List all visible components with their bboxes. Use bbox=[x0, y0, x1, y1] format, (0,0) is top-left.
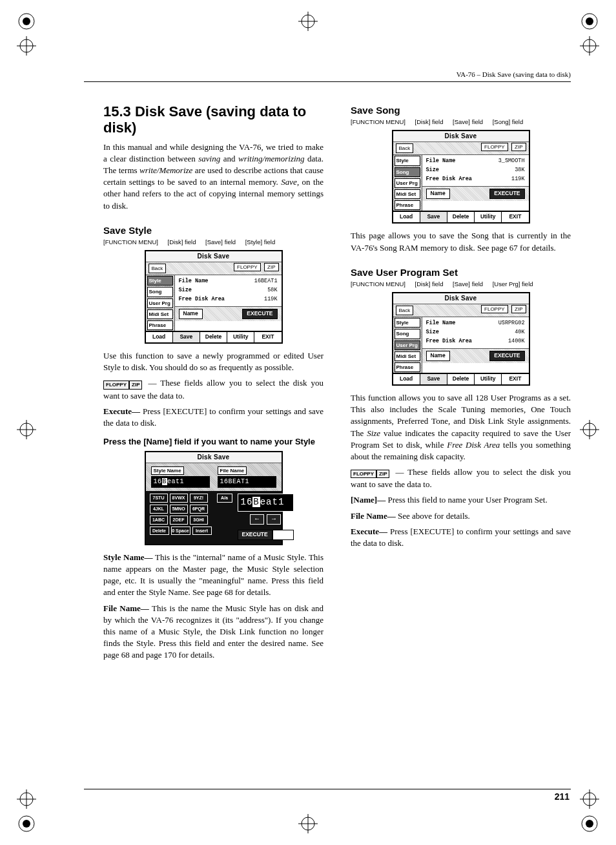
save-style-p2: FLOPPYZIP — These fields allow you to se… bbox=[103, 377, 323, 401]
cross-mark-icon bbox=[17, 420, 36, 439]
tab-style: Style bbox=[147, 276, 173, 286]
footer-delete: Delete bbox=[200, 332, 227, 342]
svg-point-1 bbox=[23, 17, 30, 25]
lcd-title: Disk Save bbox=[146, 251, 282, 262]
save-style-heading: Save Style bbox=[103, 224, 323, 237]
back-icon: Back bbox=[396, 306, 414, 315]
lcd-disk-save-song: Disk Save Back FLOPPY ZIP Style Song Use… bbox=[392, 130, 530, 224]
footer-utility: Utility bbox=[227, 332, 254, 342]
file-name-paragraph: File Name— This is the name the Music St… bbox=[103, 603, 323, 662]
cross-mark-icon bbox=[298, 814, 318, 833]
zip-icon: ZIP bbox=[376, 470, 389, 478]
file-name-label: File Name bbox=[218, 466, 247, 475]
floppy-icon: FLOPPY bbox=[481, 143, 508, 151]
tab-song: Song bbox=[147, 287, 173, 297]
key-3ghi: 3GHI bbox=[190, 516, 208, 525]
key-case-toggle: A/a bbox=[217, 494, 232, 503]
key-6pqr: 6PQR bbox=[190, 505, 208, 514]
file-name-value: 16BEAT1 bbox=[218, 476, 276, 488]
name-field-heading: Press the [Name] field if you want to na… bbox=[103, 437, 323, 447]
tab-midiset: Midi Set bbox=[147, 309, 173, 319]
nav-path: [FUNCTION MENU] [Disk] field [Save] fiel… bbox=[351, 280, 571, 288]
style-name-label: Style Name bbox=[151, 466, 184, 475]
lcd-disk-save-style: Disk Save Back FLOPPY ZIP Style Song Use… bbox=[145, 250, 283, 344]
arrow-left-icon: ← bbox=[250, 514, 264, 525]
key-0space: 0 Space bbox=[171, 527, 190, 536]
save-upr-p2: FLOPPYZIP — These fields allow you to se… bbox=[351, 466, 571, 490]
right-column: Save Song [FUNCTION MENU] [Disk] field [… bbox=[351, 103, 571, 665]
save-song-paragraph: This page allows you to save the Song th… bbox=[351, 230, 571, 253]
save-upr-execute: Execute— Press [EXECUTE] to confirm your… bbox=[351, 526, 571, 549]
reg-mark-icon bbox=[17, 814, 36, 833]
nav-path: [FUNCTION MENU] [Disk] field [Save] fiel… bbox=[103, 238, 323, 246]
page-number: 211 bbox=[555, 791, 570, 804]
save-upr-name: [Name]— Press this field to name your Us… bbox=[351, 494, 571, 506]
floppy-icon: FLOPPY bbox=[481, 305, 508, 313]
footer-rule bbox=[84, 789, 571, 789]
zip-icon: ZIP bbox=[129, 381, 142, 389]
reg-mark-icon bbox=[580, 814, 599, 833]
footer-save: Save bbox=[173, 332, 200, 342]
floppy-icon: FLOPPY bbox=[103, 381, 129, 389]
key-4jkl: 4JKL bbox=[150, 505, 168, 514]
name-display: 16Beat1 bbox=[238, 494, 294, 512]
nav-path: [FUNCTION MENU] [Disk] field [Save] fiel… bbox=[351, 118, 571, 126]
cross-mark-icon bbox=[17, 789, 36, 809]
header-rule bbox=[84, 81, 571, 82]
save-style-execute: Execute— Press [EXECUTE] to confirm your… bbox=[103, 406, 323, 429]
svg-point-5 bbox=[23, 820, 30, 828]
floppy-icon: FLOPPY bbox=[351, 470, 376, 478]
tab-userprg: User Prg bbox=[147, 298, 173, 308]
key-delete: Delete bbox=[150, 527, 169, 536]
section-title: 15.3 Disk Save (saving data to disk) bbox=[103, 103, 323, 136]
cross-mark-icon bbox=[298, 12, 318, 31]
back-icon: Back bbox=[149, 264, 167, 273]
intro-paragraph: In this manual and while designing the V… bbox=[103, 141, 323, 212]
execute-button: EXECUTE bbox=[489, 189, 524, 199]
zip-icon: ZIP bbox=[511, 305, 526, 313]
key-7stu: 7STU bbox=[150, 494, 168, 503]
back-icon: Back bbox=[396, 143, 414, 153]
zip-icon: ZIP bbox=[264, 263, 278, 271]
cross-mark-icon bbox=[580, 420, 599, 439]
save-upr-heading: Save User Program Set bbox=[351, 266, 571, 279]
svg-point-7 bbox=[586, 820, 593, 828]
save-upr-filename: File Name— See above for details. bbox=[351, 510, 571, 522]
key-1abc: 1ABC bbox=[150, 516, 168, 525]
footer-exit: EXIT bbox=[254, 332, 281, 342]
tab-phrase: Phrase bbox=[147, 320, 173, 330]
key-insert: Insert bbox=[192, 527, 212, 536]
key-8vwx: 8VWX bbox=[170, 494, 188, 503]
save-song-heading: Save Song bbox=[351, 103, 571, 117]
reg-mark-icon bbox=[17, 12, 36, 31]
style-name-value: 16Beat1 bbox=[151, 476, 210, 488]
reg-mark-icon bbox=[580, 12, 599, 31]
footer-load: Load bbox=[146, 332, 173, 342]
save-style-p1: Use this function to save a newly progra… bbox=[103, 350, 323, 373]
lcd-name-entry: Disk Save Style Name 16Beat1 File Name 1… bbox=[145, 451, 283, 545]
key-9yz: 9YZ! bbox=[190, 494, 208, 503]
execute-button: EXECUTE bbox=[489, 351, 524, 361]
key-5mno: 5MNO bbox=[170, 505, 188, 514]
floppy-icon: FLOPPY bbox=[234, 263, 261, 271]
key-2def: 2DEF bbox=[170, 516, 188, 525]
name-button: Name bbox=[426, 351, 450, 361]
execute-button: EXECUTE bbox=[238, 530, 272, 540]
save-upr-p1: This function allows you to save all 128… bbox=[351, 392, 571, 463]
name-button: Name bbox=[179, 309, 203, 319]
exit-button: EXIT bbox=[272, 530, 294, 540]
lcd-disk-save-upr: Disk Save Back FLOPPY ZIP Style Song Use… bbox=[392, 292, 530, 386]
cross-mark-icon bbox=[17, 36, 36, 56]
arrow-right-icon: → bbox=[267, 514, 281, 525]
style-name-paragraph: Style Name— This is the "internal" name … bbox=[103, 552, 323, 599]
name-button: Name bbox=[426, 189, 450, 199]
running-header: VA-76 – Disk Save (saving data to disk) bbox=[457, 70, 571, 79]
cross-mark-icon bbox=[580, 789, 599, 809]
execute-button: EXECUTE bbox=[242, 309, 277, 319]
svg-point-3 bbox=[586, 17, 593, 25]
cross-mark-icon bbox=[580, 36, 599, 56]
zip-icon: ZIP bbox=[511, 143, 526, 151]
left-column: 15.3 Disk Save (saving data to disk) In … bbox=[103, 103, 323, 665]
